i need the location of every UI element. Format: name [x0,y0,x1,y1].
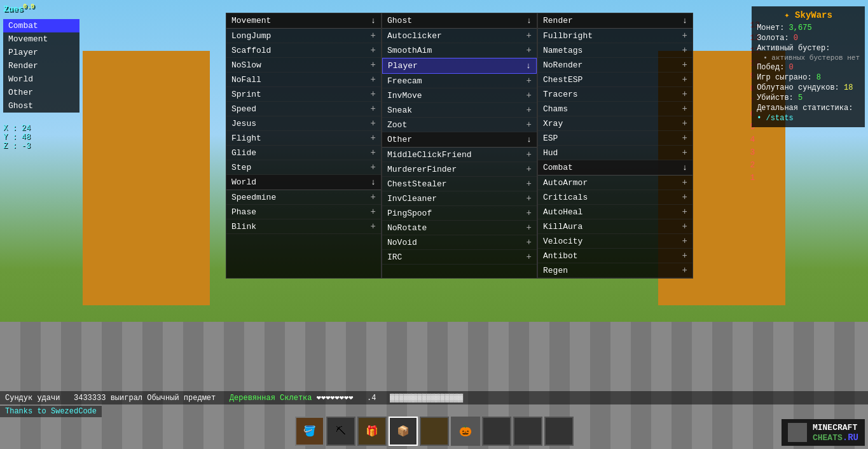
section-header-ghost[interactable]: Ghost ↓ [382,13,537,29]
hotbar-slot-5[interactable] [420,417,449,446]
menu-item-fullbright[interactable]: Fullbright+ [538,29,692,43]
menu-item-glide[interactable]: Glide+ [226,146,381,160]
sidebar-item-render[interactable]: Render [3,59,79,73]
menu-item-sprint[interactable]: Sprint+ [226,87,381,102]
menu-container: Movement ↓ LongJump+ Scaffold+ NoSlow+ N… [226,13,693,279]
menu-item-invcleaner[interactable]: InvCleaner+ [382,191,537,206]
hotbar-slot-2[interactable]: ⛏ [326,417,355,446]
sidebar-item-world[interactable]: World [3,73,79,86]
section-label-combat: Combat [543,163,573,172]
menu-item-speed[interactable]: Speed+ [226,102,381,116]
arrow-icon-world: ↓ [371,177,376,187]
coord-z: Z : -3 [3,142,31,151]
hotbar-slot-6[interactable]: 🎃 [451,417,480,446]
menu-item-criticals[interactable]: Criticals+ [538,190,692,205]
menu-item-norender[interactable]: NoRender+ [538,58,692,73]
chat-bar: Сундук удачи 3433333 выиграл Обычный пре… [0,391,868,404]
mc-cheats-text: CHEATS [813,433,843,443]
menu-item-novoid[interactable]: NoVoid+ [382,235,537,250]
stat-detailed-label: Детальная статистика: [757,104,860,113]
menu-item-freecam[interactable]: Freecam+ [382,74,537,88]
stat-booster-label: Активный бустер: [757,44,860,53]
menu-item-scaffold[interactable]: Scaffold+ [226,43,381,58]
menu-item-step[interactable]: Step+ [226,160,381,175]
arrow-icon-movement: ↓ [371,16,376,25]
menu-item-pingspoof[interactable]: PingSpoof+ [382,206,537,221]
menu-item-regen[interactable]: Regen+ [538,263,692,278]
menu-item-invmove[interactable]: InvMove+ [382,88,537,103]
menu-item-killaura[interactable]: KillAura+ [538,219,692,234]
hotbar-slot-4[interactable]: 📦 [389,417,418,446]
menu-item-cheststealer[interactable]: ChestStealer+ [382,177,537,191]
menu-item-murdererfinder[interactable]: MurdererFinder+ [382,162,537,177]
hotbar-slot-7[interactable] [482,417,511,446]
menu-item-irc[interactable]: IRC+ [382,250,537,265]
sidebar-item-ghost[interactable]: Ghost [3,99,79,113]
mc-cheats-logo: MINECRAFT CHEATS.RU [782,419,865,446]
menu-item-hud[interactable]: Hud+ [538,146,692,160]
hotbar: 🪣 ⛏ 🎁 📦 🎃 [295,417,574,446]
stat-kills: Убийств: 5 [757,93,860,102]
menu-item-nofall[interactable]: NoFall+ [226,73,381,87]
menu-item-autoarmor[interactable]: AutoArmor+ [538,176,692,190]
menu-item-esp[interactable]: ESP+ [538,131,692,146]
hotbar-slot-9[interactable] [544,417,574,446]
menu-item-autoclicker[interactable]: Autoclicker+ [382,29,537,43]
menu-item-longjump[interactable]: LongJump+ [226,29,381,43]
menu-item-chams[interactable]: Chams+ [538,102,692,116]
menu-item-tracers[interactable]: Tracers+ [538,87,692,102]
stat-booster-value: • активных бустеров нет [763,54,860,62]
menu-item-velocity[interactable]: Velocity+ [538,234,692,249]
menu-item-blink[interactable]: Blink+ [226,219,381,234]
section-header-world[interactable]: World ↓ [226,175,381,190]
arrow-icon-other: ↓ [527,135,532,144]
menu-panel-1: Movement ↓ LongJump+ Scaffold+ NoSlow+ N… [226,13,382,279]
menu-item-speedmine[interactable]: Speedmine+ [226,190,381,205]
section-label-world: World [231,177,256,187]
section-label-other: Other [387,135,412,144]
section-label-player: Player [388,61,418,71]
menu-item-jesus[interactable]: Jesus+ [226,116,381,131]
hotbar-slot-1[interactable]: 🪣 [295,417,324,446]
section-header-player[interactable]: Player ↓ [382,58,537,74]
menu-item-antibot[interactable]: Antibot+ [538,249,692,263]
menu-item-noslow[interactable]: NoSlow+ [226,58,381,73]
menu-item-autoheal[interactable]: AutoHeal+ [538,205,692,219]
arrow-icon-player: ↓ [526,61,531,71]
sidebar-item-player[interactable]: Player [3,46,79,59]
menu-item-chestesp[interactable]: ChestESP+ [538,73,692,87]
section-header-combat[interactable]: Combat ↓ [538,160,692,176]
menu-item-xray[interactable]: Xray+ [538,116,692,131]
menu-item-middleclick[interactable]: MiddleClickFriend+ [382,148,537,162]
menu-item-zoot[interactable]: Zoot+ [382,118,537,132]
section-header-render[interactable]: Render ↓ [538,13,692,29]
building-left [83,51,210,305]
menu-panel-3: Render ↓ Fullbright+ Nametags+ NoRender+… [537,13,693,279]
coord-y: Y : 48 [3,133,31,142]
stat-games: Игр сыграно: 8 [757,73,860,82]
sidebar-item-movement[interactable]: Movement [3,32,79,46]
menu-item-norotate[interactable]: NoRotate+ [382,221,537,235]
section-label-render: Render [543,16,573,25]
app-version: 0.9 [23,3,34,10]
hotbar-slot-8[interactable] [513,417,542,446]
hotbar-slot-3[interactable]: 🎁 [357,417,387,446]
coord-x: X : 24 [3,124,31,133]
menu-item-phase[interactable]: Phase+ [226,205,381,219]
mc-ru-text: .RU [843,432,858,443]
menu-item-nametags[interactable]: Nametags+ [538,43,692,58]
thanks-text: Thanks to SwezedCode [5,407,97,416]
stat-command: • /stats [757,114,860,123]
stats-title: ✦ SkyWars [757,10,860,20]
menu-item-sneak[interactable]: Sneak+ [382,103,537,118]
menu-item-smoothaim[interactable]: SmoothAim+ [382,43,537,58]
thanks-bar: Thanks to SwezedCode [0,406,102,417]
sidebar-item-other[interactable]: Other [3,86,79,99]
section-header-movement[interactable]: Movement ↓ [226,13,381,29]
sidebar-item-combat[interactable]: Combat [3,19,79,32]
chat-text: Сундук удачи 3433333 выиграл Обычный пре… [5,394,463,403]
section-header-other[interactable]: Other ↓ [382,132,537,148]
menu-item-flight[interactable]: Flight+ [226,131,381,146]
hud-topleft: Zues0.9 [3,3,34,14]
menu-panel-2: Ghost ↓ Autoclicker+ SmoothAim+ Player ↓… [382,13,537,279]
